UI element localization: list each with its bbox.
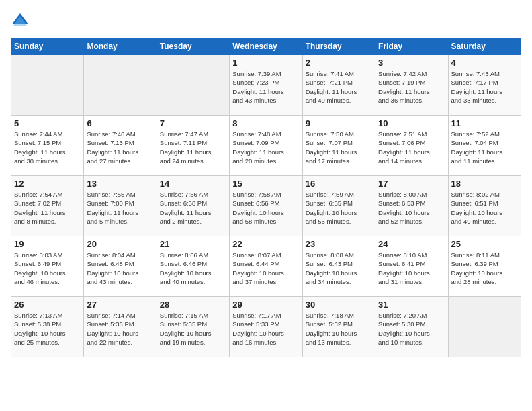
day-info: Sunrise: 7:56 AM Sunset: 6:58 PM Dayligh… — [160, 190, 226, 226]
calendar-week-row: 12Sunrise: 7:54 AM Sunset: 7:02 PM Dayli… — [11, 176, 521, 236]
day-number: 30 — [306, 300, 372, 310]
calendar-cell: 21Sunrise: 8:06 AM Sunset: 6:46 PM Dayli… — [157, 236, 229, 297]
weekday-header: Saturday — [448, 38, 521, 55]
calendar-cell: 20Sunrise: 8:04 AM Sunset: 6:48 PM Dayli… — [84, 236, 157, 297]
calendar-cell — [84, 55, 157, 116]
calendar-week-row: 1Sunrise: 7:39 AM Sunset: 7:23 PM Daylig… — [11, 55, 521, 116]
day-info: Sunrise: 7:43 AM Sunset: 7:17 PM Dayligh… — [451, 69, 518, 105]
calendar-cell: 24Sunrise: 8:10 AM Sunset: 6:41 PM Dayli… — [375, 236, 448, 297]
day-info: Sunrise: 7:50 AM Sunset: 7:07 PM Dayligh… — [306, 130, 372, 165]
day-info: Sunrise: 7:48 AM Sunset: 7:09 PM Dayligh… — [232, 130, 299, 165]
day-number: 23 — [306, 239, 372, 249]
calendar-cell: 4Sunrise: 7:43 AM Sunset: 7:17 PM Daylig… — [448, 55, 521, 116]
day-number: 15 — [232, 179, 299, 189]
weekday-header: Friday — [375, 38, 448, 55]
day-info: Sunrise: 8:07 AM Sunset: 6:44 PM Dayligh… — [232, 250, 299, 286]
calendar-cell: 28Sunrise: 7:15 AM Sunset: 5:35 PM Dayli… — [157, 297, 229, 357]
day-number: 2 — [306, 58, 372, 68]
day-info: Sunrise: 8:02 AM Sunset: 6:51 PM Dayligh… — [451, 190, 518, 226]
calendar-cell: 18Sunrise: 8:02 AM Sunset: 6:51 PM Dayli… — [448, 176, 521, 236]
day-number: 22 — [232, 239, 299, 249]
day-number: 17 — [378, 179, 445, 189]
day-info: Sunrise: 7:44 AM Sunset: 7:15 PM Dayligh… — [14, 130, 81, 165]
calendar-cell: 29Sunrise: 7:17 AM Sunset: 5:33 PM Dayli… — [230, 297, 302, 357]
calendar-cell: 11Sunrise: 7:52 AM Sunset: 7:04 PM Dayli… — [448, 116, 521, 176]
calendar-cell — [448, 297, 521, 357]
day-number: 1 — [232, 58, 299, 68]
calendar-cell: 22Sunrise: 8:07 AM Sunset: 6:44 PM Dayli… — [230, 236, 302, 297]
calendar-cell: 25Sunrise: 8:11 AM Sunset: 6:39 PM Dayli… — [448, 236, 521, 297]
calendar-cell: 3Sunrise: 7:42 AM Sunset: 7:19 PM Daylig… — [375, 55, 448, 116]
day-number: 16 — [306, 179, 372, 189]
day-info: Sunrise: 7:54 AM Sunset: 7:02 PM Dayligh… — [14, 190, 81, 226]
day-info: Sunrise: 8:11 AM Sunset: 6:39 PM Dayligh… — [451, 250, 518, 286]
calendar-cell: 6Sunrise: 7:46 AM Sunset: 7:13 PM Daylig… — [84, 116, 157, 176]
day-info: Sunrise: 8:00 AM Sunset: 6:53 PM Dayligh… — [378, 190, 445, 226]
calendar-cell: 27Sunrise: 7:14 AM Sunset: 5:36 PM Dayli… — [84, 297, 157, 357]
day-info: Sunrise: 7:52 AM Sunset: 7:04 PM Dayligh… — [451, 130, 518, 165]
day-number: 8 — [232, 118, 299, 128]
day-number: 26 — [14, 300, 81, 310]
day-info: Sunrise: 7:47 AM Sunset: 7:11 PM Dayligh… — [160, 130, 226, 165]
calendar-table: SundayMondayTuesdayWednesdayThursdayFrid… — [11, 38, 521, 357]
day-info: Sunrise: 7:58 AM Sunset: 6:56 PM Dayligh… — [232, 190, 299, 226]
day-number: 12 — [14, 179, 81, 189]
day-number: 24 — [378, 239, 445, 249]
weekday-header: Sunday — [11, 38, 84, 55]
calendar-cell — [11, 55, 84, 116]
day-info: Sunrise: 7:13 AM Sunset: 5:38 PM Dayligh… — [14, 311, 81, 347]
calendar-cell: 16Sunrise: 7:59 AM Sunset: 6:55 PM Dayli… — [302, 176, 375, 236]
day-number: 13 — [87, 179, 153, 189]
day-info: Sunrise: 8:04 AM Sunset: 6:48 PM Dayligh… — [87, 250, 153, 286]
day-number: 19 — [14, 239, 81, 249]
calendar-cell: 30Sunrise: 7:18 AM Sunset: 5:32 PM Dayli… — [302, 297, 375, 357]
weekday-header-row: SundayMondayTuesdayWednesdayThursdayFrid… — [11, 38, 521, 55]
calendar-cell: 19Sunrise: 8:03 AM Sunset: 6:49 PM Dayli… — [11, 236, 84, 297]
calendar-cell: 15Sunrise: 7:58 AM Sunset: 6:56 PM Dayli… — [230, 176, 302, 236]
logo-icon — [11, 11, 30, 30]
day-number: 31 — [378, 300, 445, 310]
day-info: Sunrise: 7:14 AM Sunset: 5:36 PM Dayligh… — [87, 311, 153, 347]
day-info: Sunrise: 7:46 AM Sunset: 7:13 PM Dayligh… — [87, 130, 153, 165]
calendar-cell: 12Sunrise: 7:54 AM Sunset: 7:02 PM Dayli… — [11, 176, 84, 236]
calendar-cell: 9Sunrise: 7:50 AM Sunset: 7:07 PM Daylig… — [302, 116, 375, 176]
weekday-header: Thursday — [302, 38, 375, 55]
weekday-header: Wednesday — [230, 38, 302, 55]
calendar-cell — [157, 55, 229, 116]
day-info: Sunrise: 7:39 AM Sunset: 7:23 PM Dayligh… — [232, 69, 299, 105]
day-info: Sunrise: 7:59 AM Sunset: 6:55 PM Dayligh… — [306, 190, 372, 226]
day-number: 21 — [160, 239, 226, 249]
day-number: 29 — [232, 300, 299, 310]
day-info: Sunrise: 7:51 AM Sunset: 7:06 PM Dayligh… — [378, 130, 445, 165]
day-number: 9 — [306, 118, 372, 128]
day-number: 20 — [87, 239, 153, 249]
weekday-header: Monday — [84, 38, 157, 55]
day-info: Sunrise: 8:03 AM Sunset: 6:49 PM Dayligh… — [14, 250, 81, 286]
calendar-cell: 23Sunrise: 8:08 AM Sunset: 6:43 PM Dayli… — [302, 236, 375, 297]
day-info: Sunrise: 8:08 AM Sunset: 6:43 PM Dayligh… — [306, 250, 372, 286]
calendar-cell: 10Sunrise: 7:51 AM Sunset: 7:06 PM Dayli… — [375, 116, 448, 176]
logo — [11, 11, 32, 30]
day-number: 11 — [451, 118, 518, 128]
calendar-week-row: 19Sunrise: 8:03 AM Sunset: 6:49 PM Dayli… — [11, 236, 521, 297]
calendar-cell: 1Sunrise: 7:39 AM Sunset: 7:23 PM Daylig… — [230, 55, 302, 116]
day-info: Sunrise: 7:55 AM Sunset: 7:00 PM Dayligh… — [87, 190, 153, 226]
calendar-cell: 7Sunrise: 7:47 AM Sunset: 7:11 PM Daylig… — [157, 116, 229, 176]
day-number: 10 — [378, 118, 445, 128]
page-header — [11, 11, 521, 30]
day-number: 6 — [87, 118, 153, 128]
day-number: 7 — [160, 118, 226, 128]
calendar-cell: 26Sunrise: 7:13 AM Sunset: 5:38 PM Dayli… — [11, 297, 84, 357]
calendar-week-row: 26Sunrise: 7:13 AM Sunset: 5:38 PM Dayli… — [11, 297, 521, 357]
day-number: 27 — [87, 300, 153, 310]
day-info: Sunrise: 7:42 AM Sunset: 7:19 PM Dayligh… — [378, 69, 445, 105]
day-number: 25 — [451, 239, 518, 249]
calendar-cell: 2Sunrise: 7:41 AM Sunset: 7:21 PM Daylig… — [302, 55, 375, 116]
calendar-week-row: 5Sunrise: 7:44 AM Sunset: 7:15 PM Daylig… — [11, 116, 521, 176]
day-number: 4 — [451, 58, 518, 68]
day-info: Sunrise: 7:18 AM Sunset: 5:32 PM Dayligh… — [306, 311, 372, 347]
day-info: Sunrise: 8:06 AM Sunset: 6:46 PM Dayligh… — [160, 250, 226, 286]
day-number: 3 — [378, 58, 445, 68]
calendar-cell: 31Sunrise: 7:20 AM Sunset: 5:30 PM Dayli… — [375, 297, 448, 357]
calendar-cell: 5Sunrise: 7:44 AM Sunset: 7:15 PM Daylig… — [11, 116, 84, 176]
